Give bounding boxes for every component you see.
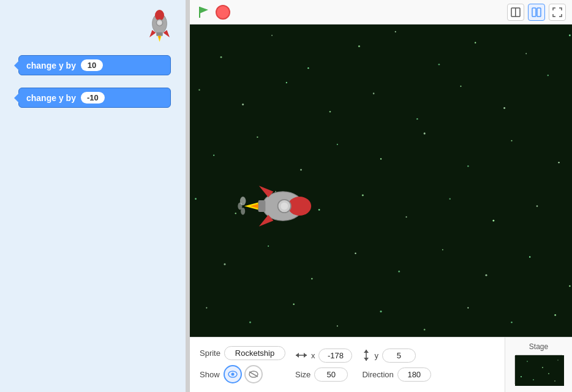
- layout-mode-2-button[interactable]: [528, 4, 545, 21]
- svg-point-37: [213, 154, 214, 156]
- sprite-name-group: Sprite Rocketship Show: [200, 346, 285, 383]
- svg-point-98: [527, 361, 528, 362]
- svg-point-31: [416, 118, 418, 119]
- show-hidden-button[interactable]: [244, 365, 263, 383]
- svg-marker-10: [200, 7, 208, 13]
- show-buttons: [224, 365, 263, 383]
- x-coord-row: x -178: [295, 349, 353, 363]
- svg-point-58: [268, 246, 269, 247]
- fullscreen-button[interactable]: [549, 4, 566, 21]
- y-value[interactable]: 5: [382, 349, 416, 363]
- svg-point-103: [554, 380, 555, 382]
- sprite-info-panel: Sprite Rocketship Show: [190, 337, 505, 392]
- green-flag-button[interactable]: [196, 5, 211, 20]
- svg-point-73: [511, 322, 512, 323]
- sprite-icon: [140, 6, 177, 43]
- layout-mode-1-button[interactable]: [507, 4, 524, 21]
- svg-rect-12: [515, 8, 516, 17]
- svg-rect-6: [156, 32, 163, 36]
- show-visible-button[interactable]: [224, 365, 242, 383]
- svg-point-54: [536, 205, 538, 207]
- direction-label: Direction: [362, 370, 393, 379]
- block-value-2[interactable]: -10: [81, 92, 105, 104]
- svg-rect-15: [190, 24, 572, 337]
- x-label: x: [311, 351, 315, 360]
- svg-point-33: [503, 107, 505, 109]
- svg-point-32: [461, 86, 462, 87]
- svg-point-70: [380, 311, 382, 312]
- svg-point-17: [220, 56, 222, 58]
- xy-group: x -178 Size 50: [295, 349, 353, 382]
- block-change-y-negative[interactable]: change y by -10: [18, 88, 171, 108]
- svg-point-45: [558, 162, 559, 163]
- svg-point-66: [206, 307, 207, 308]
- block-value-1[interactable]: 10: [81, 59, 103, 71]
- svg-point-41: [380, 158, 382, 159]
- direction-value[interactable]: 180: [397, 368, 431, 382]
- stop-button[interactable]: [216, 5, 230, 20]
- main-layout: change y by 10 change y by -10: [0, 0, 572, 392]
- svg-marker-93: [296, 353, 299, 358]
- bottom-section: Sprite Rocketship Show: [190, 337, 572, 392]
- stage-thumb-preview: [515, 355, 564, 386]
- svg-rect-14: [537, 8, 541, 17]
- svg-point-74: [554, 314, 556, 316]
- svg-point-63: [485, 274, 487, 276]
- stage-thumbnail[interactable]: [514, 355, 563, 385]
- toolbar-left: [196, 5, 230, 20]
- svg-point-48: [275, 191, 276, 192]
- stars-background: [190, 24, 572, 337]
- sprite-name-value[interactable]: Rocketship: [224, 346, 285, 360]
- svg-point-65: [569, 285, 571, 287]
- svg-point-62: [442, 249, 443, 251]
- x-axis-icon: [295, 351, 307, 360]
- svg-point-100: [557, 360, 558, 360]
- right-panel: Sprite Rocketship Show: [190, 0, 572, 392]
- svg-point-49: [318, 209, 320, 211]
- svg-point-34: [548, 75, 549, 76]
- sprite-show-row: Show: [200, 365, 285, 383]
- svg-point-72: [467, 307, 469, 308]
- svg-point-20: [358, 45, 360, 47]
- svg-point-25: [569, 34, 571, 36]
- svg-point-57: [224, 263, 225, 265]
- svg-rect-97: [515, 355, 564, 386]
- svg-point-61: [398, 271, 400, 273]
- svg-point-99: [542, 367, 543, 368]
- svg-point-88: [231, 373, 234, 376]
- svg-point-46: [195, 198, 197, 200]
- stage-panel: Stage: [505, 337, 572, 392]
- layout-icon-1: [511, 7, 521, 17]
- svg-point-47: [235, 213, 236, 214]
- svg-point-27: [242, 104, 244, 105]
- stage-canvas: [190, 24, 572, 337]
- svg-point-76: [288, 197, 311, 216]
- panel-resizer[interactable]: [186, 0, 189, 392]
- svg-point-22: [438, 64, 440, 66]
- block-change-y-positive[interactable]: change y by 10: [18, 55, 171, 75]
- svg-rect-81: [258, 200, 266, 212]
- svg-marker-96: [364, 358, 369, 361]
- svg-point-50: [362, 194, 364, 196]
- svg-point-38: [257, 137, 258, 138]
- stage-label: Stage: [529, 342, 548, 351]
- svg-point-40: [337, 144, 338, 145]
- svg-point-86: [241, 208, 245, 215]
- y-label: y: [374, 351, 378, 360]
- stage-toolbar: [190, 0, 572, 24]
- svg-point-30: [373, 92, 375, 94]
- block-label-1: change y by: [26, 61, 76, 70]
- x-value[interactable]: -178: [318, 349, 352, 363]
- blocks-area: change y by 10 change y by -10: [0, 43, 189, 120]
- svg-point-26: [198, 89, 200, 91]
- layout-icon-2: [532, 7, 541, 17]
- eye-closed-icon: [249, 371, 258, 378]
- svg-point-43: [467, 165, 469, 167]
- svg-point-23: [475, 42, 476, 43]
- svg-point-104: [533, 379, 534, 380]
- sprite-name-label: Sprite: [200, 349, 220, 358]
- size-label: Size: [295, 370, 310, 379]
- svg-point-60: [355, 252, 356, 254]
- svg-point-21: [395, 31, 396, 32]
- size-value[interactable]: 50: [314, 368, 348, 382]
